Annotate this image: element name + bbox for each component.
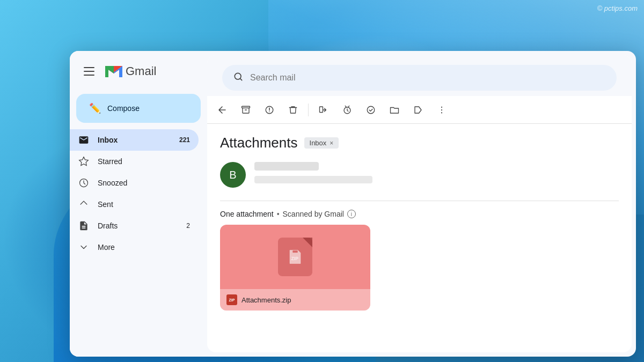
sidebar-item-sent[interactable]: Sent [70, 194, 199, 215]
toolbar-divider [308, 104, 309, 116]
snoozed-icon [78, 178, 89, 188]
sidebar-item-drafts[interactable]: Drafts 2 [70, 215, 199, 237]
zip-file-icon: ZIP [278, 238, 312, 276]
search-input[interactable] [250, 73, 606, 83]
sent-icon [78, 199, 89, 210]
main-content: Attachments Inbox × B [207, 55, 632, 352]
inbox-badge: Inbox × [304, 137, 339, 149]
sender-name-placeholder [254, 162, 319, 171]
inbox-icon [78, 135, 89, 145]
compose-button[interactable]: ✏️ Compose [76, 94, 201, 123]
inbox-badge-label: Inbox [310, 139, 327, 147]
archive-button[interactable] [235, 99, 257, 121]
drafts-label: Drafts [98, 221, 178, 230]
email-message: B [220, 162, 619, 188]
email-body: Attachments Inbox × B [207, 124, 632, 352]
sidebar-item-more[interactable]: More [70, 237, 199, 258]
sidebar-item-inbox[interactable]: Inbox 221 [70, 129, 199, 151]
search-icon [233, 71, 244, 85]
gmail-logo: Gmail [104, 64, 156, 79]
email-subject-row: Attachments Inbox × [220, 135, 619, 151]
sidebar-header: Gmail [70, 55, 207, 87]
attachment-count: One attachment [220, 210, 274, 218]
move-button[interactable] [313, 99, 334, 121]
star-icon [78, 156, 89, 167]
badge-close-button[interactable]: × [330, 139, 333, 147]
sidebar: Gmail ✏️ Compose Inbox 221 [70, 51, 207, 357]
zip-icon-inner: ZIP [287, 249, 303, 265]
label-button[interactable] [407, 99, 429, 121]
sidebar-item-starred[interactable]: Starred [70, 151, 199, 172]
sender-avatar: B [220, 162, 246, 188]
nav-list: Inbox 221 Starred Snoozed [70, 129, 207, 258]
email-view: Attachments Inbox × B [207, 96, 632, 352]
email-subject: Attachments [220, 135, 298, 151]
separator-dot: • [277, 210, 280, 218]
svg-point-5 [269, 111, 270, 112]
attachment-filename: Attachments.zip [241, 296, 291, 304]
chevron-down-icon [78, 242, 89, 253]
more-actions-button[interactable] [431, 99, 452, 121]
sender-details-placeholder [254, 176, 372, 183]
svg-rect-3 [242, 106, 250, 108]
drafts-count: 2 [186, 222, 190, 230]
attachment-section: One attachment • Scanned by Gmail i [220, 201, 619, 311]
zip-small-icon: ZIP [226, 294, 237, 305]
inbox-label: Inbox [98, 136, 171, 144]
folder-button[interactable] [384, 99, 405, 121]
attachment-thumbnail[interactable]: ZIP ZIP Attachments.zip [220, 225, 370, 311]
search-area [207, 55, 632, 96]
sidebar-item-snoozed[interactable]: Snoozed [70, 172, 199, 194]
back-button[interactable] [211, 99, 233, 121]
svg-rect-6 [320, 107, 323, 113]
starred-label: Starred [98, 157, 190, 166]
mark-done-button[interactable] [360, 99, 382, 121]
delete-button[interactable] [282, 99, 304, 121]
snoozed-label: Snoozed [98, 179, 190, 187]
message-details [254, 162, 619, 188]
compose-pencil-icon: ✏️ [89, 102, 101, 114]
gmail-logo-text: Gmail [126, 64, 156, 78]
svg-point-11 [441, 112, 442, 113]
svg-point-2 [235, 73, 241, 79]
gmail-window: Gmail ✏️ Compose Inbox 221 [70, 51, 636, 357]
drafts-icon [78, 220, 89, 231]
attachment-info: One attachment • Scanned by Gmail i [220, 210, 619, 218]
snooze-button[interactable] [336, 99, 358, 121]
compose-label: Compose [107, 104, 140, 113]
sent-label: Sent [98, 200, 190, 209]
svg-point-9 [441, 106, 442, 107]
hamburger-menu-button[interactable] [78, 61, 100, 82]
svg-point-8 [367, 106, 375, 114]
attachment-filename-bar: ZIP Attachments.zip [220, 289, 370, 311]
svg-point-10 [441, 109, 442, 110]
scanned-text: Scanned by Gmail [283, 210, 344, 218]
inbox-count: 221 [179, 136, 190, 144]
gmail-m-icon [104, 64, 123, 79]
spam-button[interactable] [259, 99, 280, 121]
svg-text:ZIP: ZIP [291, 256, 299, 261]
more-label: More [98, 243, 190, 252]
info-icon[interactable]: i [347, 210, 356, 218]
search-bar [222, 65, 617, 91]
watermark: © pctips.com [597, 4, 638, 12]
email-toolbar [207, 96, 632, 124]
